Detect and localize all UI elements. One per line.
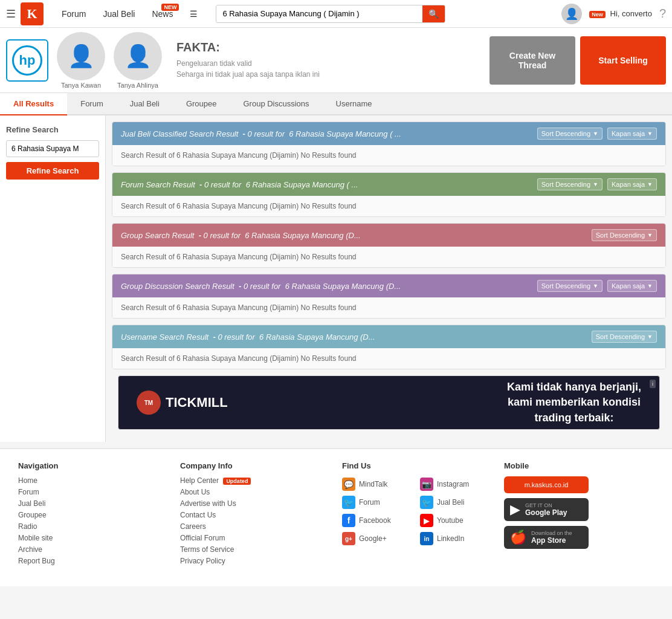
footer-nav-report-bug[interactable]: Report Bug: [18, 557, 168, 565]
footer-nav-forum[interactable]: Forum: [18, 488, 168, 496]
find-us-grid: 💬 MindTalk 📷 Instagram 🐦 Forum 🐦 Jual Be…: [342, 476, 492, 546]
result-discussion-controls: Sort Descending ▼ Kapan saja ▼: [537, 280, 657, 292]
tab-username[interactable]: Username: [323, 93, 386, 115]
sort-dropdown-group[interactable]: Sort Descending ▼: [592, 229, 657, 241]
search-bar: 🔍: [216, 5, 445, 23]
header: ☰ K Forum Jual Beli News NEW ☰ 🔍 👤 New H…: [0, 0, 672, 28]
fakta-title: FAKTA:: [176, 41, 471, 54]
sidebar-title: Refine Search: [6, 125, 99, 134]
sidebar-refine-input[interactable]: [6, 140, 99, 157]
result-forum-header: Forum Search Result - 0 result for 6 Rah…: [112, 173, 665, 196]
footer-nav-mobile[interactable]: Mobile site: [18, 534, 168, 542]
time-dropdown-jual[interactable]: Kapan saja ▼: [607, 128, 657, 140]
mobile-url-button[interactable]: m.kaskus.co.id: [504, 476, 589, 493]
footer-nav-jual-beli[interactable]: Jual Beli: [18, 499, 168, 508]
site-logo[interactable]: K: [21, 2, 44, 25]
result-group-controls: Sort Descending ▼: [592, 229, 657, 241]
footer-careers[interactable]: Careers: [180, 522, 330, 531]
time-arrow-icon: ▼: [647, 131, 653, 137]
footer-privacy[interactable]: Privacy Policy: [180, 557, 330, 565]
tab-groupee[interactable]: Groupee: [173, 93, 230, 115]
twitter-jual-icon: 🐦: [420, 496, 433, 509]
footer-contact-us[interactable]: Contact Us: [180, 511, 330, 519]
sort-dropdown-username[interactable]: Sort Descending ▼: [592, 331, 657, 343]
ad-banner[interactable]: TM TICKMILL Kami tidak hanya berjanji, k…: [118, 375, 660, 430]
footer-mobile-title: Mobile: [504, 461, 654, 470]
menu-icon[interactable]: ☰: [6, 7, 16, 21]
find-us-forum[interactable]: 🐦 Forum: [342, 494, 414, 510]
result-jual-title: Jual Beli Classified Search Result - 0 r…: [121, 129, 401, 138]
google-plus-icon: g+: [342, 532, 355, 545]
time-dropdown-forum[interactable]: Kapan saja ▼: [607, 178, 657, 190]
footer-terms[interactable]: Terms of Service: [180, 545, 330, 554]
tab-all-results[interactable]: All Results: [0, 93, 67, 115]
app-store-text: Download on the App Store: [531, 530, 572, 545]
apple-icon: 🍎: [510, 530, 526, 545]
find-us-jual-beli[interactable]: 🐦 Jual Beli: [420, 494, 492, 510]
search-tabs: All Results Forum Jual Beli Groupee Grou…: [0, 93, 672, 115]
sort-dropdown-discussion[interactable]: Sort Descending ▼: [537, 280, 603, 292]
result-forum: Forum Search Result - 0 result for 6 Rah…: [112, 172, 666, 217]
result-group-title: Group Search Result - 0 result for 6 Rah…: [121, 231, 361, 240]
ad-text: Kami tidak hanya berjanji, kami memberik…: [507, 380, 641, 426]
footer-advertise[interactable]: Advertise with Us: [180, 499, 330, 508]
nav-jual-beli[interactable]: Jual Beli: [94, 0, 143, 28]
fakta-line1: Pengeluaran tidak valid: [176, 58, 471, 69]
find-us-instagram[interactable]: 📷 Instagram: [420, 476, 492, 492]
start-selling-button[interactable]: Start Selling: [580, 36, 666, 85]
fakta-line2: Seharga ini tidak jual apa saja tanpa ik…: [176, 69, 471, 80]
footer-mobile-col: Mobile m.kaskus.co.id ▶ GET IT ON Google…: [504, 461, 654, 568]
header-right: 👤 New Hi, converto ?: [561, 4, 666, 24]
person1-avatar: 👤: [57, 32, 105, 80]
find-us-linkedin[interactable]: in LinkedIn: [420, 531, 492, 546]
footer-find-us-title: Find Us: [342, 461, 492, 470]
find-us-youtube[interactable]: ▶ Youtube: [420, 513, 492, 528]
tab-forum[interactable]: Forum: [67, 93, 117, 115]
sort-arrow-icon: ▼: [593, 283, 598, 289]
result-jual-controls: Sort Descending ▼ Kapan saja ▼: [537, 128, 657, 140]
find-us-mindtalk[interactable]: 💬 MindTalk: [342, 476, 414, 492]
app-store-button[interactable]: 🍎 Download on the App Store: [504, 526, 589, 549]
result-username: Username Search Result - 0 result for 6 …: [112, 325, 666, 369]
user-greeting: New Hi, converto: [589, 9, 652, 18]
nav-news[interactable]: News NEW: [143, 0, 181, 28]
result-jual-body: Search Result of 6 Rahasia Supaya Mancun…: [112, 145, 665, 166]
footer-nav-home[interactable]: Home: [18, 476, 168, 485]
result-group-body: Search Result of 6 Rahasia Supaya Mancun…: [112, 247, 665, 267]
person1-wrap: 👤 Tanya Kawan: [57, 32, 105, 89]
create-thread-button[interactable]: Create New Thread: [489, 36, 575, 85]
instagram-icon: 📷: [420, 478, 433, 491]
footer-company-title: Company Info: [180, 461, 330, 470]
tab-group-discussions[interactable]: Group Discussions: [230, 93, 322, 115]
help-icon[interactable]: ?: [659, 7, 666, 21]
sort-dropdown-forum[interactable]: Sort Descending ▼: [537, 178, 603, 190]
sort-arrow-icon: ▼: [593, 181, 598, 187]
sort-dropdown-jual[interactable]: Sort Descending ▼: [537, 128, 603, 140]
sort-arrow-icon: ▼: [647, 334, 653, 340]
hp-logo: hp: [6, 39, 48, 82]
search-button[interactable]: 🔍: [422, 5, 445, 22]
footer-nav-radio[interactable]: Radio: [18, 522, 168, 531]
result-jual-header: Jual Beli Classified Search Result - 0 r…: [112, 122, 665, 145]
search-input[interactable]: [216, 5, 422, 22]
result-group: Group Search Result - 0 result for 6 Rah…: [112, 223, 666, 268]
time-dropdown-discussion[interactable]: Kapan saja ▼: [607, 280, 657, 292]
updated-badge: Updated: [223, 478, 251, 485]
footer-nav-groupee[interactable]: Groupee: [18, 511, 168, 519]
person2-avatar: 👤: [114, 32, 162, 80]
banner-buttons: Create New Thread Start Selling: [489, 36, 666, 85]
result-forum-body: Search Result of 6 Rahasia Supaya Mancun…: [112, 196, 665, 216]
result-username-controls: Sort Descending ▼: [592, 331, 657, 343]
footer-nav-archive[interactable]: Archive: [18, 545, 168, 554]
sidebar-refine-button[interactable]: Refine Search: [6, 162, 99, 180]
footer-official-forum[interactable]: Official Forum: [180, 534, 330, 542]
footer-help-center[interactable]: Help Center Updated: [180, 476, 330, 485]
find-us-google-plus[interactable]: g+ Google+: [342, 531, 414, 546]
footer-about-us[interactable]: About Us: [180, 488, 330, 496]
nav-extra-menu[interactable]: ☰: [181, 0, 206, 28]
tab-jual-beli[interactable]: Jual Beli: [117, 93, 173, 115]
find-us-facebook[interactable]: f Facebook: [342, 513, 414, 528]
person2-wrap: 👤 Tanya Ahlinya: [114, 32, 162, 89]
google-play-button[interactable]: ▶ GET IT ON Google Play: [504, 498, 589, 521]
nav-forum[interactable]: Forum: [53, 0, 94, 28]
